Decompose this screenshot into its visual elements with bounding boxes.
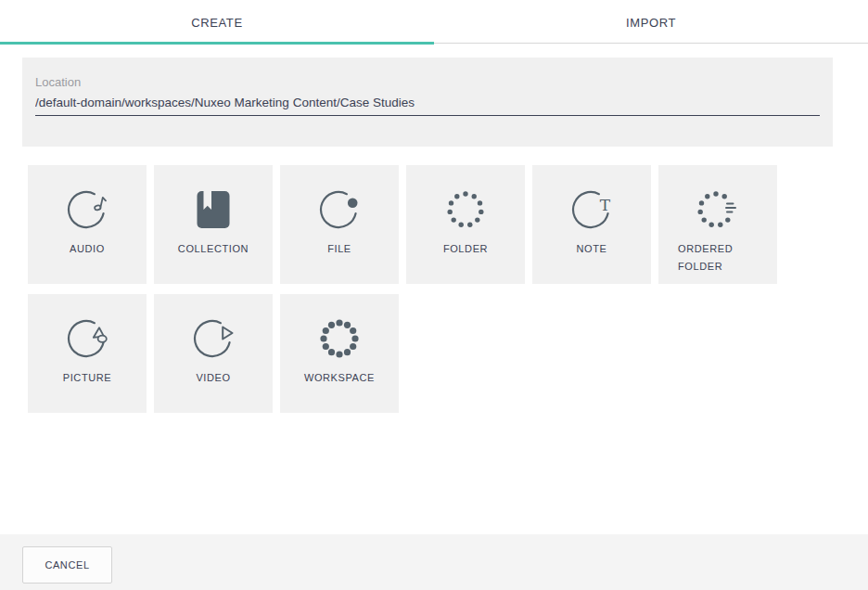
collection-book-bookmark-icon — [191, 187, 236, 232]
location-label: Location — [35, 75, 820, 90]
picture-circle-mountain-icon — [65, 316, 109, 361]
tile-label: ORDERED FOLDER — [678, 240, 747, 276]
create-tile-file[interactable]: FILE — [280, 165, 399, 284]
create-tile-folder[interactable]: FOLDER — [406, 165, 525, 284]
cancel-button[interactable]: CANCEL — [22, 546, 112, 584]
create-tile-note[interactable]: T NOTE — [532, 165, 651, 284]
tab-create-label: CREATE — [191, 16, 242, 30]
tile-label: FOLDER — [443, 240, 488, 258]
create-tile-audio[interactable]: AUDIO — [28, 165, 147, 284]
tile-label: NOTE — [577, 240, 607, 258]
create-tile-collection[interactable]: COLLECTION — [154, 165, 273, 284]
footer-bar: CANCEL — [0, 534, 868, 590]
video-circle-play-icon — [191, 316, 236, 361]
tile-label: AUDIO — [70, 240, 105, 258]
svg-text:T: T — [600, 196, 611, 214]
tile-label: FILE — [327, 240, 351, 258]
create-tile-picture[interactable]: PICTURE — [28, 294, 147, 413]
document-type-grid: AUDIO COLLECTION FILE FOLDER T NOTE ORDE… — [28, 165, 777, 413]
tile-label: VIDEO — [196, 369, 230, 387]
create-tile-workspace[interactable]: WORKSPACE — [280, 294, 399, 413]
audio-note-circle-icon — [65, 187, 109, 232]
tab-import-label: IMPORT — [626, 16, 676, 30]
tile-label: PICTURE — [63, 369, 111, 387]
workspace-dotted-circle-icon — [317, 316, 362, 361]
folder-dotted-circle-icon — [443, 187, 488, 232]
ordered-folder-dotted-list-icon — [696, 187, 740, 232]
create-tile-ordered-folder[interactable]: ORDERED FOLDER — [658, 165, 777, 284]
note-circle-t-icon: T — [569, 187, 614, 232]
tab-create[interactable]: CREATE — [0, 0, 434, 45]
file-circle-dot-icon — [317, 187, 362, 232]
tab-import[interactable]: IMPORT — [434, 0, 868, 45]
dialog-tab-bar: CREATE IMPORT — [0, 0, 868, 45]
location-section: Location /default-domain/workspaces/Nuxe… — [22, 58, 833, 147]
tile-label: WORKSPACE — [304, 369, 375, 387]
tile-label: COLLECTION — [178, 240, 249, 258]
location-input[interactable]: /default-domain/workspaces/Nuxeo Marketi… — [35, 95, 820, 116]
create-tile-video[interactable]: VIDEO — [154, 294, 273, 413]
